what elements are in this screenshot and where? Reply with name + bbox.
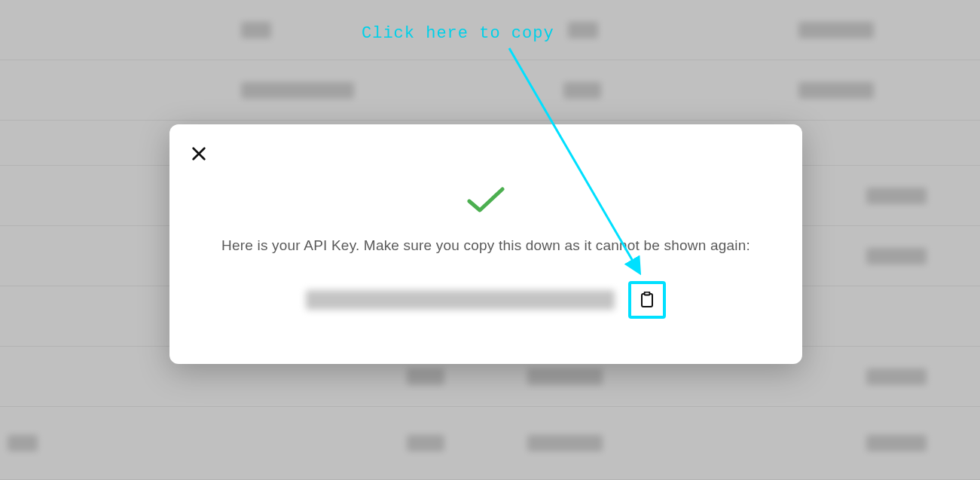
check-icon (466, 185, 505, 215)
modal-body: Here is your API Key. Make sure you copy… (192, 147, 780, 319)
svg-rect-2 (642, 294, 652, 307)
svg-rect-3 (645, 292, 650, 295)
annotation-label: Click here to copy (362, 24, 554, 43)
api-key-value (306, 290, 615, 310)
api-key-modal: Here is your API Key. Make sure you copy… (169, 124, 802, 364)
modal-message: Here is your API Key. Make sure you copy… (221, 237, 750, 254)
copy-button[interactable] (628, 281, 666, 319)
api-key-row (192, 281, 780, 319)
clipboard-icon (640, 292, 655, 308)
close-button[interactable] (186, 141, 212, 167)
close-icon (191, 145, 207, 162)
